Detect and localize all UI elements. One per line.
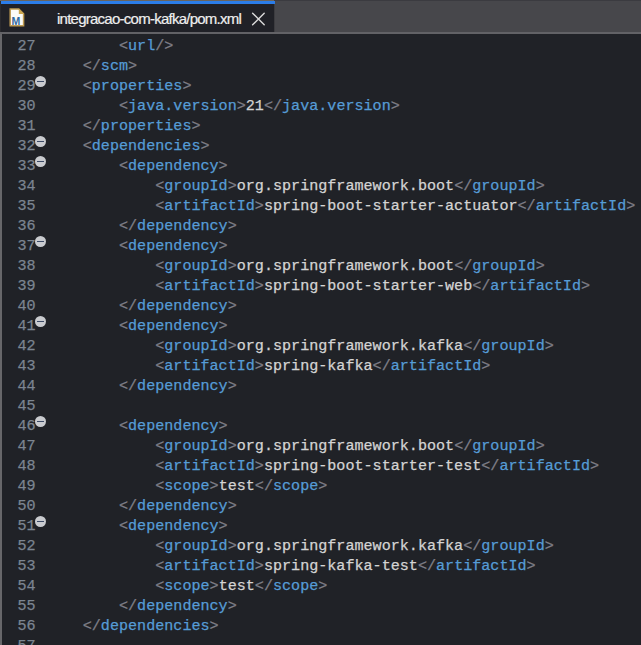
svg-text:M: M — [12, 15, 21, 27]
